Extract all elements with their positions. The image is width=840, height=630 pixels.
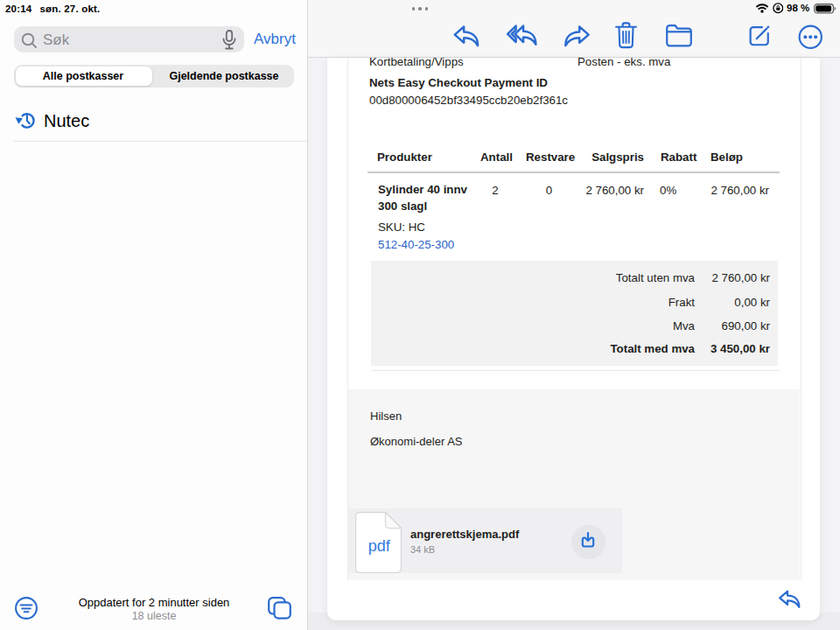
svg-text:pdf: pdf [368, 536, 391, 554]
